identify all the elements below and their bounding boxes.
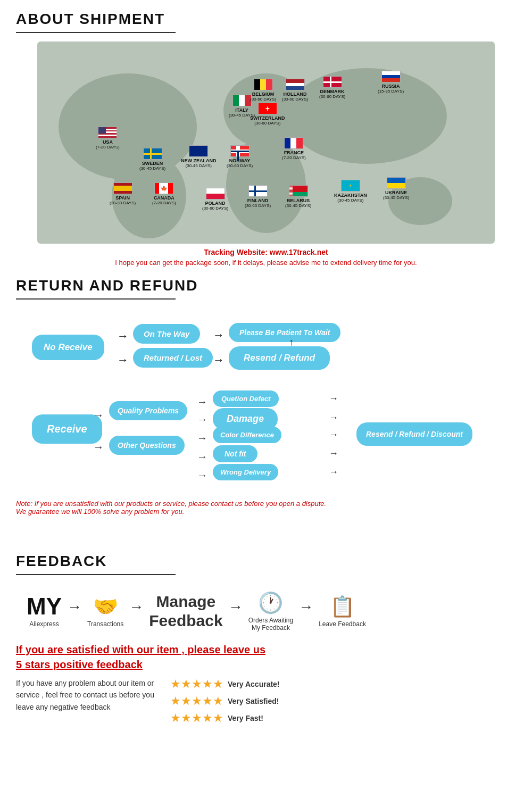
arrow-receive-quality: → (93, 409, 104, 421)
star-label-1: Very Accurate! (228, 680, 280, 688)
stars-3: ★★★★★ (170, 711, 223, 725)
satisfaction-layout: If you have any problem about our item o… (16, 677, 516, 725)
feedback-section: FEEDBACK MY Aliexpress → 🤝 Transactions … (0, 542, 532, 736)
country-russia: RUSSIA (15-35 DAYS) (378, 71, 404, 94)
country-spain: SPAIN (20-30 DAYS) (110, 182, 136, 205)
country-denmark: DENMARK (30-60 DAYS) (319, 76, 345, 99)
orders-awaiting-label: Orders AwaitingMy Feedback (248, 617, 294, 631)
feedback-orders-awaiting: 🕐 Orders AwaitingMy Feedback (248, 591, 294, 631)
returned-lost-box: Returned / Lost (133, 348, 213, 368)
arrow-no-receive-down: → (117, 353, 129, 367)
svg-point-5 (287, 68, 447, 164)
star-label-2: Very Satisfied! (228, 697, 279, 705)
return-note: Note: If you are unsatisfied with our pr… (16, 500, 516, 516)
arrow-2: → (129, 598, 144, 616)
arrow-returned-resend: → (213, 353, 225, 367)
stars-2: ★★★★★ (170, 694, 223, 708)
country-belarus: BELARUS (30-45 DAYS) (285, 185, 311, 208)
leave-feedback-label: Leave Feedback (319, 620, 366, 628)
arrow-1: → (67, 598, 82, 616)
tracking-note: I hope you can get the package soon, if … (16, 259, 516, 267)
feedback-flow: MY Aliexpress → 🤝 Transactions → ManageF… (27, 591, 516, 631)
arrow-damage-final: → (329, 412, 338, 423)
star-row-1: ★★★★★ Very Accurate! (170, 677, 280, 691)
no-receive-box: No Receive (32, 335, 104, 360)
manage-feedback-label: ManageFeedback (149, 592, 222, 630)
arrow-ontheway-wait: → (213, 328, 225, 342)
tracking-info: Tracking Website: www.17track.net I hope… (16, 248, 516, 267)
not-fit-box: Not fit (213, 445, 257, 462)
country-holland: HOLLAND (30-60 DAYS) (282, 79, 308, 102)
arrow-quetion-final: → (329, 393, 338, 404)
satisfaction-text: If you have any problem about our item o… (16, 677, 154, 713)
country-ukraine: UKRAINE (30-45 DAYS) (383, 177, 409, 200)
transactions-label: Transactions (87, 620, 123, 628)
shipment-divider (16, 32, 176, 33)
transactions-icon: 🤝 (93, 595, 118, 618)
feedback-leave: 📋 Leave Feedback (319, 595, 366, 628)
arrow-quality-damage: → (197, 413, 207, 426)
receive-box: Receive (32, 414, 102, 444)
country-canada: 🍁 CANADA (7-20 DAYS) (152, 182, 176, 205)
other-questions-box: Other Questions (109, 436, 185, 455)
feedback-my-aliexpress: MY Aliexpress (27, 595, 62, 628)
flow-diagram: No Receive → On The Way → Returned / Los… (16, 308, 516, 531)
arrow-no-receive-up: → (117, 329, 129, 343)
stars-1: ★★★★★ (170, 677, 223, 691)
arrow-wrong-final: → (329, 467, 338, 478)
satisfaction-title: If you are satisfied with our item , ple… (16, 642, 516, 672)
country-kazakhstan: ☀ KAZAKHSTAN (30-45 DAYS) (334, 180, 367, 203)
arrow-3: → (228, 598, 243, 616)
return-section: RETURN AND REFUND No Receive → On The Wa… (0, 272, 532, 542)
clipboard-icon: 📋 (330, 595, 355, 618)
stars-section: ★★★★★ Very Accurate! ★★★★★ Very Satisfie… (170, 677, 280, 725)
color-difference-box: Color Difference (213, 427, 281, 443)
please-wait-box: Please Be Patient To Wait (229, 323, 340, 342)
feedback-manage: ManageFeedback (149, 592, 222, 630)
star-row-2: ★★★★★ Very Satisfied! (170, 694, 280, 708)
wrong-delivery-box: Wrong Delivery (213, 464, 278, 480)
arrow-other-color: → (197, 432, 207, 444)
clock-icon: 🕐 (258, 591, 283, 614)
aliexpress-label: Aliexpress (29, 620, 59, 628)
country-usa: USA (7-20 DAYS) (96, 127, 120, 149)
arrow-other-notfit: → (197, 451, 207, 463)
feedback-divider (16, 574, 176, 575)
star-label-3: Very Fast! (228, 714, 263, 722)
return-divider (16, 298, 176, 300)
arrow-other-wrong: → (197, 469, 207, 481)
quetion-defect-box: Quetion Defect (213, 390, 279, 407)
country-poland: POLAND (30-60 DAYS) (202, 188, 228, 211)
world-map: ITALY (30-45 DAYS) BELGIUM (30-60 DAYS) … (37, 41, 495, 244)
arrow-receive-other: → (93, 441, 104, 453)
arrow-4: → (298, 598, 313, 616)
feedback-title: FEEDBACK (16, 553, 516, 570)
country-belgium: BELGIUM (30-60 DAYS) (250, 79, 276, 102)
country-france: FRANCE (7-20 DAYS) (282, 137, 306, 160)
shipment-title: ABOUT SHIPMENT (16, 11, 516, 28)
arrow-notfit-final: → (329, 448, 338, 459)
arrow-up-connect: → (286, 338, 297, 348)
feedback-transactions: 🤝 Transactions (87, 595, 123, 628)
shipment-section: ABOUT SHIPMENT ITALY (30-45 DAYS) (0, 0, 532, 272)
quality-problems-box: Quality Problems (109, 401, 187, 420)
on-the-way-box: On The Way (133, 324, 200, 344)
country-new-zealand: NEW ZEALAND (30-45 DAYS) (181, 145, 217, 168)
arrow-color-final: → (329, 429, 338, 440)
resend-refund-box: Resend / Refund (229, 346, 330, 370)
return-title: RETURN AND REFUND (16, 277, 516, 294)
star-row-3: ★★★★★ Very Fast! (170, 711, 280, 725)
country-switzerland: + SWITZERLAND (30-60 DAYS) (250, 103, 285, 126)
country-sweden: SWEDEN (30-45 DAYS) (139, 148, 165, 171)
tracking-url: Tracking Website: www.17track.net (16, 248, 516, 256)
country-norway: NORWAY (30-60 DAYS) (227, 145, 253, 168)
resend-refund-discount-box: Resend / Refund / Discount (356, 422, 472, 446)
arrow-quality-quetion: → (197, 396, 207, 408)
country-finland: FINLAND (30-60 DAYS) (245, 185, 271, 208)
my-logo: MY (27, 595, 62, 618)
